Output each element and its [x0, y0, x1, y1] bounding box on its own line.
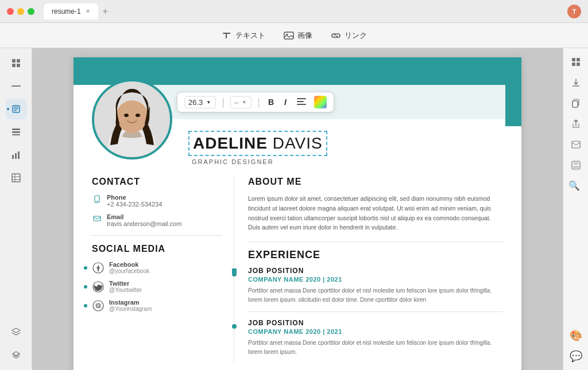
job-2-description: Porttitor amet massa Done cporttitor dol…: [248, 338, 503, 357]
sidebar-chat-icon[interactable]: 💬: [567, 347, 585, 365]
sidebar-download-icon[interactable]: [567, 73, 585, 92]
font-size-dropdown-icon[interactable]: ▼: [205, 99, 212, 106]
job-1-position: JOB POSITION: [248, 267, 503, 275]
sidebar-share-icon[interactable]: [567, 115, 585, 133]
sidebar-icon-table[interactable]: [6, 168, 26, 188]
svg-rect-18: [12, 155, 14, 159]
sidebar-icon-edit[interactable]: [6, 99, 26, 119]
job-2-position: JOB POSITION: [248, 319, 503, 327]
job-2-company: COMPANY NAME 2020 | 2021: [248, 328, 503, 335]
job-2-dot: [232, 321, 237, 331]
italic-button[interactable]: I: [282, 96, 289, 108]
active-indicator: [7, 108, 9, 110]
sidebar-copy-icon[interactable]: [567, 94, 585, 112]
text-tool[interactable]: テキスト: [222, 30, 265, 41]
instagram-name: Instagram: [109, 299, 152, 306]
facebook-item: Facebook @yourfacebook: [92, 261, 222, 274]
font-name-value: –: [234, 98, 238, 107]
svg-rect-50: [572, 85, 579, 87]
phone-contact-item: Phone +2 434-232-534234: [92, 194, 222, 208]
svg-rect-13: [14, 108, 18, 110]
twitter-item: Twitter @Yourtwitter: [92, 280, 222, 293]
experience-title: EXPERIENCE: [248, 249, 503, 261]
about-experience-divider: [248, 242, 503, 242]
contact-section-title: CONTACT: [92, 177, 222, 187]
main-toolbar: テキスト 画像 リンク 🔍: [0, 23, 588, 48]
svg-rect-54: [572, 141, 580, 148]
text-icon: [222, 30, 232, 41]
full-name: ADELINE DAVIS: [188, 131, 327, 156]
new-tab-button[interactable]: +: [100, 4, 110, 19]
font-name-control[interactable]: – ▼: [230, 96, 252, 108]
sidebar-palette-icon[interactable]: 🎨: [567, 326, 585, 345]
job-1-description: Porttitor amet massa Done cporttitor dol…: [248, 286, 503, 305]
svg-rect-9: [17, 64, 20, 67]
instagram-handle: @Yourinstagram: [109, 306, 152, 312]
svg-rect-6: [12, 59, 16, 63]
svg-point-29: [136, 114, 140, 117]
link-tool[interactable]: リンク: [331, 30, 367, 41]
svg-point-43: [100, 303, 100, 304]
minimize-button[interactable]: [17, 8, 24, 15]
active-tab[interactable]: resume-1 ✕: [44, 3, 98, 20]
instagram-dot: [84, 304, 87, 307]
sidebar-icon-minus[interactable]: [6, 76, 26, 96]
facebook-name: Facebook: [109, 261, 149, 268]
close-button[interactable]: [7, 8, 14, 15]
sidebar-icon-stack[interactable]: [6, 345, 26, 365]
color-picker-button[interactable]: [314, 96, 327, 108]
maximize-button[interactable]: [28, 8, 34, 15]
search-icon: 🔍: [568, 180, 580, 190]
facebook-dot: [84, 266, 87, 270]
twitter-name: Twitter: [109, 280, 142, 287]
email-label: Email: [107, 213, 181, 220]
job-divider: [248, 311, 503, 312]
resume-document: 26.3 ▼ | – ▼ | B I: [74, 57, 521, 370]
sidebar-mail-icon[interactable]: [567, 135, 585, 154]
svg-rect-17: [12, 134, 20, 135]
sidebar-icon-layers[interactable]: [6, 322, 26, 342]
sidebar-icon-chart[interactable]: [6, 145, 26, 165]
sidebar-grid-icon[interactable]: [567, 53, 585, 71]
right-sidebar: 🎨 💬: [563, 48, 588, 370]
font-dropdown-icon[interactable]: ▼: [241, 99, 247, 106]
link-tool-label: リンク: [345, 30, 367, 41]
text-format-toolbar: 26.3 ▼ | – ▼ | B I: [177, 92, 334, 112]
resume-body: CONTACT Phone +2 434-232-534234: [74, 165, 521, 363]
twitter-handle: @Yourtwitter: [109, 287, 142, 293]
facebook-icon: [92, 262, 105, 274]
facebook-info: Facebook @yourfacebook: [109, 261, 149, 274]
image-tool-label: 画像: [297, 30, 312, 41]
bold-button[interactable]: B: [266, 96, 276, 108]
svg-rect-8: [12, 64, 16, 67]
twitter-dot: [84, 285, 87, 289]
sidebar-icon-grid[interactable]: [6, 53, 26, 73]
email-value: travis anderson@mail.com: [107, 220, 181, 227]
sidebar-icon-list[interactable]: [6, 122, 26, 142]
svg-rect-33: [297, 101, 304, 102]
svg-rect-20: [18, 151, 20, 159]
contact-divider: [92, 235, 222, 236]
image-icon: [284, 30, 294, 41]
phone-label: Phone: [107, 194, 162, 201]
sidebar-save-icon[interactable]: [567, 156, 585, 174]
content-area: 26.3 ▼ | – ▼ | B I: [32, 48, 563, 370]
svg-point-45: [232, 324, 237, 329]
svg-rect-49: [577, 63, 580, 66]
user-avatar[interactable]: T: [567, 5, 581, 18]
separator-2: |: [257, 97, 260, 107]
image-tool[interactable]: 画像: [284, 30, 312, 41]
align-button[interactable]: [295, 96, 308, 108]
resume-left-column: CONTACT Phone +2 434-232-534234: [74, 177, 234, 363]
search-button[interactable]: 🔍: [568, 180, 580, 190]
last-name: DAVIS: [268, 134, 323, 152]
tab-close-button[interactable]: ✕: [86, 8, 90, 14]
svg-rect-15: [12, 128, 20, 130]
svg-point-40: [93, 301, 103, 311]
font-size-control[interactable]: 26.3 ▼: [184, 96, 216, 108]
svg-rect-3: [228, 33, 230, 34]
svg-rect-48: [572, 63, 575, 66]
about-me-text: Lorem ipsum dolor sit amet, consectetuer…: [248, 194, 503, 232]
instagram-item: Instagram @Yourinstagram: [92, 299, 222, 312]
font-size-value: 26.3: [188, 98, 203, 107]
